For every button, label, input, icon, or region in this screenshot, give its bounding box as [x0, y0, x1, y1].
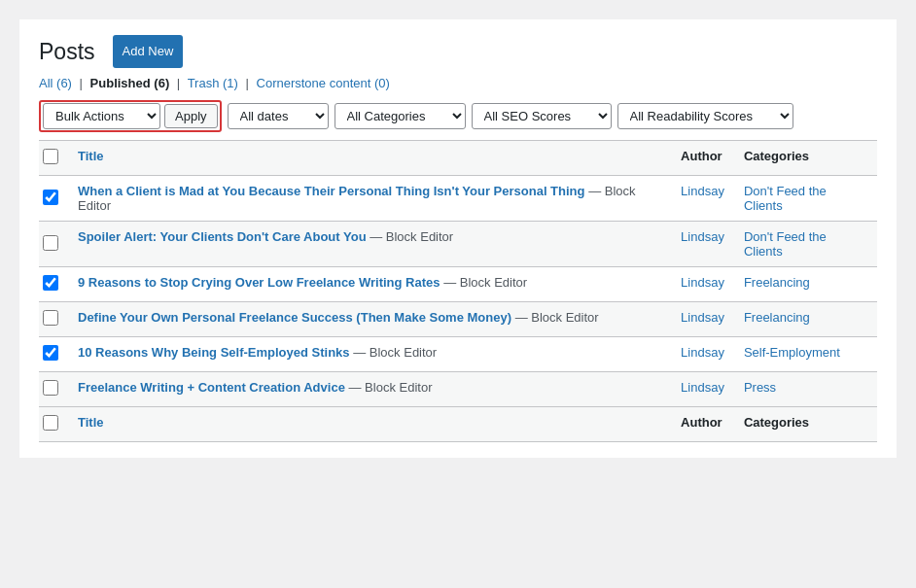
- row-author-cell: Lindsay: [671, 372, 734, 407]
- category-link[interactable]: Freelancing: [744, 275, 810, 290]
- row-checkbox-cell: [39, 176, 68, 222]
- nav-cornerstone[interactable]: Cornerstone content (0): [257, 76, 390, 90]
- nav-all[interactable]: All (6): [39, 76, 72, 90]
- row-author-cell: Lindsay: [671, 176, 734, 222]
- category-link[interactable]: Don't Feed the Clients: [744, 229, 827, 259]
- select-all-checkbox[interactable]: [43, 149, 58, 164]
- row-title-cell: When a Client is Mad at You Because Thei…: [68, 176, 671, 222]
- post-title-link[interactable]: 9 Reasons to Stop Crying Over Low Freela…: [78, 275, 440, 290]
- row-checkbox[interactable]: [43, 310, 58, 326]
- row-title-cell: 9 Reasons to Stop Crying Over Low Freela…: [68, 267, 671, 302]
- row-title-cell: Define Your Own Personal Freelance Succe…: [68, 302, 671, 337]
- author-link[interactable]: Lindsay: [681, 275, 724, 290]
- row-author-cell: Lindsay: [671, 302, 734, 337]
- post-title-link[interactable]: Define Your Own Personal Freelance Succe…: [78, 310, 511, 325]
- footer-title-column: Title: [68, 407, 671, 442]
- row-author-cell: Lindsay: [671, 222, 734, 267]
- post-title-link[interactable]: Spoiler Alert: Your Clients Don't Care A…: [78, 229, 367, 244]
- post-title-link[interactable]: When a Client is Mad at You Because Thei…: [78, 184, 585, 198]
- category-link[interactable]: Self-Employment: [744, 345, 840, 360]
- row-checkbox-cell: [39, 267, 68, 302]
- table-row: Spoiler Alert: Your Clients Don't Care A…: [39, 222, 877, 267]
- sep2: |: [177, 76, 180, 90]
- post-title-link[interactable]: Freelance Writing + Content Creation Adv…: [78, 380, 345, 395]
- table-footer: Title Author Categories: [39, 407, 877, 442]
- table-row: When a Client is Mad at You Because Thei…: [39, 176, 877, 222]
- bulk-actions-wrapper: Bulk Actions Edit Move to Trash Apply: [39, 100, 222, 132]
- author-link[interactable]: Lindsay: [681, 229, 724, 244]
- bulk-actions-select[interactable]: Bulk Actions Edit Move to Trash: [43, 103, 160, 129]
- author-link[interactable]: Lindsay: [681, 184, 724, 198]
- row-checkbox-cell: [39, 372, 68, 407]
- row-categories-cell: Don't Feed the Clients: [734, 176, 877, 222]
- row-author-cell: Lindsay: [671, 267, 734, 302]
- post-editor: — Block Editor: [515, 310, 599, 325]
- row-title-cell: Spoiler Alert: Your Clients Don't Care A…: [68, 222, 671, 267]
- footer-author-column: Author: [671, 407, 734, 442]
- author-link[interactable]: Lindsay: [681, 310, 724, 325]
- sep3: |: [246, 76, 249, 90]
- footer-categories-column: Categories: [734, 407, 877, 442]
- posts-tbody: When a Client is Mad at You Because Thei…: [39, 176, 877, 407]
- sep1: |: [80, 76, 83, 90]
- categories-filter[interactable]: All Categories: [335, 103, 466, 129]
- author-column-header: Author: [671, 141, 734, 176]
- nav-trash[interactable]: Trash (1): [188, 76, 238, 90]
- author-link[interactable]: Lindsay: [681, 380, 724, 395]
- row-checkbox[interactable]: [43, 380, 58, 396]
- title-sort-link[interactable]: Title: [78, 149, 104, 163]
- row-checkbox[interactable]: [43, 345, 58, 361]
- posts-table: Title Author Categories When a Client is…: [39, 140, 877, 442]
- row-checkbox[interactable]: [43, 275, 58, 291]
- add-new-button[interactable]: Add New: [113, 35, 184, 68]
- table-row: Freelance Writing + Content Creation Adv…: [39, 372, 877, 407]
- row-categories-cell: Freelancing: [734, 267, 877, 302]
- row-categories-cell: Don't Feed the Clients: [734, 222, 877, 267]
- footer-select-all-column: [39, 407, 68, 442]
- row-author-cell: Lindsay: [671, 337, 734, 372]
- row-checkbox[interactable]: [43, 235, 58, 251]
- row-title-cell: Freelance Writing + Content Creation Adv…: [68, 372, 671, 407]
- footer-title-sort-link[interactable]: Title: [78, 415, 104, 430]
- nav-published[interactable]: Published (6): [90, 76, 170, 90]
- apply-button[interactable]: Apply: [164, 104, 218, 128]
- row-categories-cell: Self-Employment: [734, 337, 877, 372]
- select-all-column: [39, 141, 68, 176]
- post-editor: — Block Editor: [370, 229, 453, 244]
- title-column-header: Title: [68, 141, 671, 176]
- post-title-link[interactable]: 10 Reasons Why Being Self-Employed Stink…: [78, 345, 350, 360]
- row-title-cell: 10 Reasons Why Being Self-Employed Stink…: [68, 337, 671, 372]
- row-categories-cell: Press: [734, 372, 877, 407]
- row-checkbox-cell: [39, 302, 68, 337]
- post-editor: — Block Editor: [443, 275, 527, 290]
- category-link[interactable]: Freelancing: [744, 310, 810, 325]
- table-row: 9 Reasons to Stop Crying Over Low Freela…: [39, 267, 877, 302]
- category-link[interactable]: Press: [744, 380, 776, 395]
- table-header: Title Author Categories: [39, 141, 877, 176]
- nav-all-count: (6): [56, 76, 72, 90]
- dates-filter[interactable]: All dates: [228, 103, 329, 129]
- sub-navigation: All (6) | Published (6) | Trash (1) | Co…: [39, 76, 877, 90]
- table-row: 10 Reasons Why Being Self-Employed Stink…: [39, 337, 877, 372]
- footer-select-all-checkbox[interactable]: [43, 415, 58, 431]
- categories-column-header: Categories: [734, 141, 877, 176]
- post-editor: — Block Editor: [349, 380, 433, 395]
- post-editor: — Block Editor: [353, 345, 437, 360]
- readability-scores-filter[interactable]: All Readability Scores: [617, 103, 793, 129]
- author-link[interactable]: Lindsay: [681, 345, 724, 360]
- toolbar: Bulk Actions Edit Move to Trash Apply Al…: [39, 100, 877, 132]
- row-checkbox[interactable]: [43, 190, 58, 205]
- page-title: Posts: [39, 39, 95, 65]
- table-row: Define Your Own Personal Freelance Succe…: [39, 302, 877, 337]
- row-checkbox-cell: [39, 337, 68, 372]
- row-categories-cell: Freelancing: [734, 302, 877, 337]
- category-link[interactable]: Don't Feed the Clients: [744, 184, 827, 213]
- row-checkbox-cell: [39, 222, 68, 267]
- seo-scores-filter[interactable]: All SEO Scores: [472, 103, 612, 129]
